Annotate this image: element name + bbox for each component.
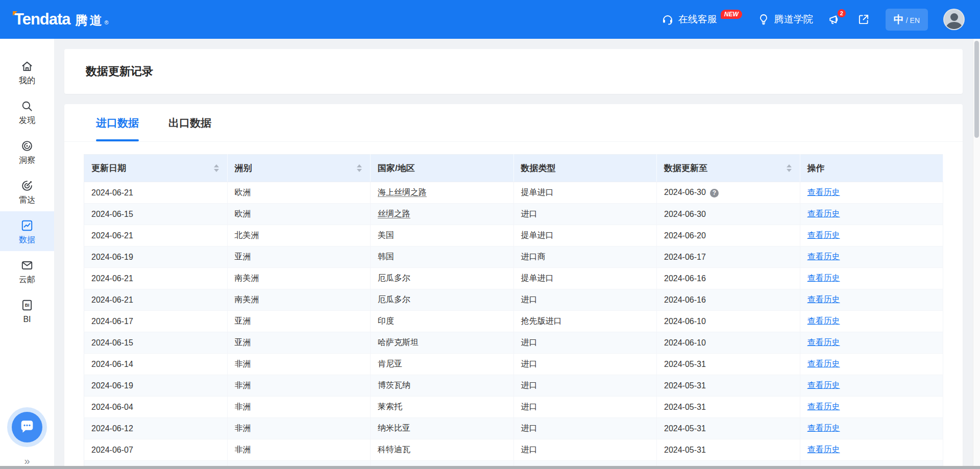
cell-continent: 非洲 <box>227 439 371 461</box>
sidebar-item-data[interactable]: 数据 <box>0 211 54 251</box>
cell-data-type: 提单进口 <box>513 268 657 289</box>
view-history-link[interactable]: 查看历史 <box>807 252 840 261</box>
page-scrollbar-thumb[interactable] <box>974 41 979 138</box>
cell-data-type: 提单进口 <box>513 182 657 204</box>
table-row: 2024-06-21北美洲美国提单进口2024-06-20查看历史 <box>84 225 943 246</box>
cell-continent: 亚洲 <box>227 246 371 268</box>
column-header-actions: 操作 <box>800 155 943 182</box>
academy-button[interactable]: 腾道学院 <box>757 13 813 26</box>
cell-continent: 南美洲 <box>227 289 371 311</box>
cell-actions: 查看历史 <box>800 268 943 289</box>
cell-continent: 非洲 <box>227 418 371 439</box>
logo-registered-mark: ® <box>105 19 109 26</box>
window-bottom-edge <box>0 466 980 469</box>
sidebar-item-bi[interactable]: BI BI <box>0 291 54 331</box>
view-history-link[interactable]: 查看历史 <box>807 424 840 432</box>
headset-icon <box>662 13 674 26</box>
page-title: 数据更新记录 <box>86 64 153 79</box>
cell-continent: 非洲 <box>227 354 371 375</box>
tendata-logo[interactable]: Tendata 腾道 ® <box>14 10 109 29</box>
sidebar-item-radar[interactable]: 雷达 <box>0 171 54 211</box>
new-badge: NEW <box>721 10 742 19</box>
view-history-link[interactable]: 查看历史 <box>807 338 840 347</box>
cell-updated-to: 2024-06-10 <box>657 311 800 332</box>
view-history-link[interactable]: 查看历史 <box>807 231 840 239</box>
fullscreen-button[interactable] <box>857 13 870 26</box>
column-label: 数据类型 <box>521 162 556 174</box>
cell-updated-to: 2024-05-31 <box>657 418 800 439</box>
view-history-link[interactable]: 查看历史 <box>807 445 840 454</box>
table-row: 2024-06-17亚洲印度抢先版进口2024-06-10查看历史 <box>84 311 943 332</box>
view-history-link[interactable]: 查看历史 <box>807 209 840 218</box>
view-history-link[interactable]: 查看历史 <box>807 316 840 325</box>
sidebar-item-insight[interactable]: 洞察 <box>0 132 54 171</box>
cell-updated-to: 2024-06-30? <box>657 182 800 204</box>
sidebar-item-label: 云邮 <box>19 276 35 284</box>
online-service-button[interactable]: 在线客服 NEW <box>662 13 742 26</box>
view-history-link[interactable]: 查看历史 <box>807 402 840 411</box>
cell-update-date: 2024-06-19 <box>84 246 228 268</box>
table-row: 2024-06-15欧洲丝绸之路进口2024-06-30查看历史 <box>84 204 943 225</box>
view-history-link[interactable]: 查看历史 <box>807 359 840 368</box>
data-update-table: 更新日期 洲别 国家/地区 <box>84 154 943 469</box>
cell-actions: 查看历史 <box>800 225 943 246</box>
table-row: 2024-06-19亚洲韩国进口商2024-06-17查看历史 <box>84 246 943 268</box>
cell-data-type: 进口 <box>513 204 657 225</box>
column-header-country: 国家/地区 <box>371 155 514 182</box>
help-question-icon[interactable]: ? <box>710 189 719 198</box>
tab-import-data[interactable]: 进口数据 <box>96 104 139 141</box>
view-history-link[interactable]: 查看历史 <box>807 274 840 282</box>
cell-data-type: 进口商 <box>513 246 657 268</box>
content-card: 进口数据 出口数据 更新日期 洲别 <box>64 104 963 469</box>
sidebar-item-discover[interactable]: 发现 <box>0 92 54 132</box>
view-history-link[interactable]: 查看历史 <box>807 295 840 304</box>
sidebar-item-label: 我的 <box>19 77 35 85</box>
sort-icon[interactable] <box>356 163 363 173</box>
page-scrollbar-track[interactable] <box>973 39 980 469</box>
cell-country: 厄瓜多尔 <box>371 268 514 289</box>
cell-updated-to: 2024-06-16 <box>657 289 800 311</box>
view-history-link[interactable]: 查看历史 <box>807 381 840 389</box>
column-header-update-date[interactable]: 更新日期 <box>84 155 228 182</box>
column-label: 数据更新至 <box>664 162 707 174</box>
cell-updated-to: 2024-06-20 <box>657 225 800 246</box>
sidebar-collapse-toggle[interactable]: » <box>24 456 30 466</box>
cell-update-date: 2024-06-15 <box>84 332 228 354</box>
cell-country: 哈萨克斯坦 <box>371 332 514 354</box>
cell-country: 美国 <box>371 225 514 246</box>
cell-continent: 欧洲 <box>227 182 371 204</box>
column-header-updated-to[interactable]: 数据更新至 <box>657 155 800 182</box>
cell-actions: 查看历史 <box>800 246 943 268</box>
sidebar-item-label: BI <box>23 315 31 324</box>
online-service-label: 在线客服 <box>678 13 717 26</box>
cell-continent: 亚洲 <box>227 332 371 354</box>
tab-export-data[interactable]: 出口数据 <box>168 104 211 141</box>
radar-icon <box>20 179 34 192</box>
announcements-button[interactable]: 2 <box>828 13 842 26</box>
customer-chat-button[interactable] <box>12 412 42 442</box>
sort-icon[interactable] <box>786 163 793 173</box>
view-history-link[interactable]: 查看历史 <box>807 188 840 196</box>
country-tooltip-text[interactable]: 丝绸之路 <box>378 209 410 218</box>
cell-data-type: 进口 <box>513 289 657 311</box>
cell-actions: 查看历史 <box>800 375 943 397</box>
country-tooltip-text[interactable]: 海上丝绸之路 <box>378 188 427 196</box>
sidebar-item-mine[interactable]: 我的 <box>0 52 54 92</box>
table-row: 2024-06-07非洲科特迪瓦进口2024-05-31查看历史 <box>84 439 943 461</box>
sort-icon[interactable] <box>213 163 220 173</box>
cell-actions: 查看历史 <box>800 397 943 418</box>
cell-country: 丝绸之路 <box>371 204 514 225</box>
cell-country: 肯尼亚 <box>371 354 514 375</box>
logo-text-en: Tendata <box>14 10 70 29</box>
cell-updated-to: 2024-05-31 <box>657 439 800 461</box>
cell-actions: 查看历史 <box>800 418 943 439</box>
cell-continent: 南美洲 <box>227 268 371 289</box>
sidebar-item-cloudmail[interactable]: 云邮 <box>0 251 54 291</box>
column-label: 国家/地区 <box>378 162 415 174</box>
user-avatar[interactable] <box>943 9 965 30</box>
column-header-continent[interactable]: 洲别 <box>227 155 371 182</box>
cell-data-type: 进口 <box>513 418 657 439</box>
cell-data-type: 抢先版进口 <box>513 311 657 332</box>
language-switch-button[interactable]: 中 / EN <box>886 9 928 31</box>
cell-updated-to: 2024-06-16 <box>657 268 800 289</box>
